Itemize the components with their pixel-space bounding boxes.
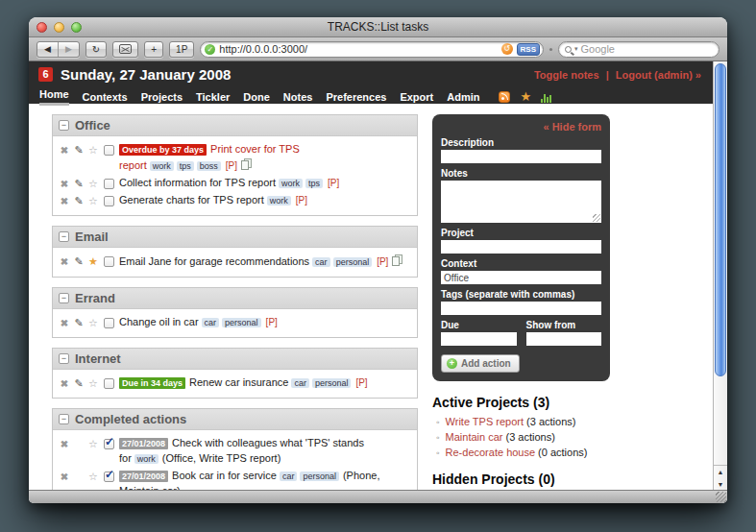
nav-item-projects[interactable]: Projects (141, 91, 183, 106)
tag-badge[interactable]: work (134, 454, 159, 464)
url-text[interactable]: http://0.0.0.0:3000/ (219, 43, 497, 55)
star-icon[interactable]: ☆ (87, 316, 99, 330)
due-field[interactable] (441, 332, 517, 346)
task-checkbox[interactable] (104, 196, 114, 206)
tag-badge[interactable]: work (279, 179, 303, 188)
resize-grip[interactable] (716, 492, 726, 502)
nav-item-home[interactable]: Home (39, 88, 69, 106)
task-checkbox[interactable] (104, 256, 114, 267)
project-link[interactable]: [P] (296, 195, 307, 206)
stats-icon[interactable] (541, 92, 551, 103)
edit-icon[interactable]: ✎ (73, 376, 85, 391)
nav-item-preferences[interactable]: Preferences (326, 91, 386, 106)
tag-badge[interactable]: boss (197, 161, 221, 171)
collapse-button[interactable]: − (59, 293, 69, 303)
delete-icon[interactable]: ✖ (59, 437, 70, 451)
delete-icon[interactable]: ✖ (59, 177, 70, 191)
collapse-button[interactable]: − (59, 231, 69, 242)
snapback-icon[interactable]: ↺ (501, 43, 513, 55)
back-button[interactable]: ◀ (37, 42, 59, 57)
tag-badge[interactable]: personal (222, 318, 261, 327)
task-checkbox[interactable]: ✓ (104, 439, 114, 449)
tags-field[interactable] (441, 302, 601, 315)
tag-badge[interactable]: tps (305, 179, 323, 188)
delete-icon[interactable]: ✖ (59, 470, 70, 484)
star-icon[interactable]: ★ (87, 254, 99, 269)
onepassword-button[interactable]: 1P (169, 41, 194, 58)
task-checkbox[interactable]: ✓ (104, 472, 114, 482)
tag-badge[interactable]: car (202, 318, 220, 327)
star-icon[interactable]: ☆ (87, 437, 99, 451)
delete-icon[interactable]: ✖ (59, 254, 70, 269)
nav-item-done[interactable]: Done (243, 91, 270, 106)
task-checkbox[interactable] (104, 145, 114, 156)
delete-icon[interactable]: ✖ (59, 376, 70, 391)
project-field[interactable] (441, 240, 601, 254)
tag-badge[interactable]: personal (312, 378, 352, 388)
scroll-up-button[interactable]: ▲ (714, 466, 727, 478)
nav-item-admin[interactable]: Admin (447, 91, 479, 106)
star-icon[interactable]: ☆ (87, 470, 99, 484)
nav-item-notes[interactable]: Notes (283, 91, 313, 106)
rss-feed-icon[interactable] (499, 91, 510, 103)
star-icon[interactable]: ☆ (87, 177, 99, 191)
add-action-button[interactable]: + Add action (441, 354, 520, 373)
project-link[interactable]: [P] (266, 317, 278, 327)
tag-badge[interactable]: tps (177, 161, 194, 171)
collapse-button[interactable]: − (59, 414, 69, 424)
collapse-button[interactable]: − (59, 120, 69, 131)
logout-link[interactable]: Logout (admin) » (616, 69, 701, 81)
tag-badge[interactable]: car (312, 257, 330, 267)
scrollbar[interactable]: ▲ ▼ (713, 61, 727, 490)
reload-button[interactable]: ↻ (85, 41, 107, 58)
edit-icon[interactable]: ✎ (73, 254, 85, 269)
hide-form-link[interactable]: « Hide form (441, 121, 601, 133)
star-icon[interactable]: ☆ (87, 376, 99, 391)
edit-icon[interactable]: ✎ (73, 177, 85, 191)
toggle-notes-link[interactable]: Toggle notes (534, 69, 599, 81)
star-icon[interactable]: ☆ (87, 194, 99, 208)
task-checkbox[interactable] (104, 318, 114, 328)
tag-badge[interactable]: car (280, 472, 298, 481)
url-field[interactable]: ✓ http://0.0.0.0:3000/ ↺ RSS (200, 41, 544, 58)
tag-badge[interactable]: personal (300, 472, 339, 481)
starred-actions-icon[interactable]: ★ (520, 91, 531, 103)
edit-icon[interactable]: ✎ (73, 143, 85, 157)
note-icon[interactable] (392, 254, 402, 266)
edit-icon[interactable]: ✎ (73, 194, 85, 208)
description-field[interactable] (441, 150, 601, 163)
context-field[interactable] (441, 271, 601, 284)
delete-icon[interactable]: ✖ (59, 194, 70, 208)
show-from-field[interactable] (526, 332, 602, 346)
window-titlebar[interactable]: TRACKS::List tasks (29, 17, 727, 37)
star-icon[interactable]: ☆ (87, 143, 99, 157)
delete-icon[interactable]: ✖ (59, 143, 70, 157)
delete-icon[interactable]: ✖ (59, 316, 70, 330)
edit-icon[interactable]: ✎ (73, 316, 85, 330)
tag-badge[interactable]: work (150, 161, 174, 171)
new-tab-button[interactable]: + (144, 41, 163, 58)
project-link[interactable]: [P] (226, 160, 237, 171)
project-link[interactable]: [P] (377, 256, 388, 267)
nav-item-tickler[interactable]: Tickler (196, 91, 230, 106)
task-checkbox[interactable] (104, 378, 114, 389)
project-name-link[interactable]: Write TPS report (446, 416, 524, 427)
tag-badge[interactable]: work (267, 196, 291, 206)
project-link[interactable]: [P] (328, 178, 339, 188)
task-checkbox[interactable] (104, 179, 114, 189)
collapse-button[interactable]: − (59, 353, 69, 364)
tag-badge[interactable]: personal (333, 257, 373, 267)
scrollbar-thumb[interactable] (715, 63, 726, 376)
nav-item-export[interactable]: Export (400, 91, 433, 106)
tag-badge[interactable]: car (291, 378, 309, 388)
project-name-link[interactable]: Maintain car (446, 431, 503, 443)
rss-url-badge[interactable]: RSS (517, 43, 540, 56)
project-name-link[interactable]: Re-decorate house (446, 447, 536, 458)
note-icon[interactable] (241, 158, 251, 170)
forward-button[interactable]: ▶ (59, 42, 79, 57)
notes-field[interactable] (441, 181, 601, 223)
crossed-window-button[interactable] (112, 41, 138, 58)
project-link[interactable]: [P] (355, 377, 367, 388)
nav-item-contexts[interactable]: Contexts (83, 91, 128, 106)
search-field[interactable]: ▾ Google (558, 41, 719, 58)
